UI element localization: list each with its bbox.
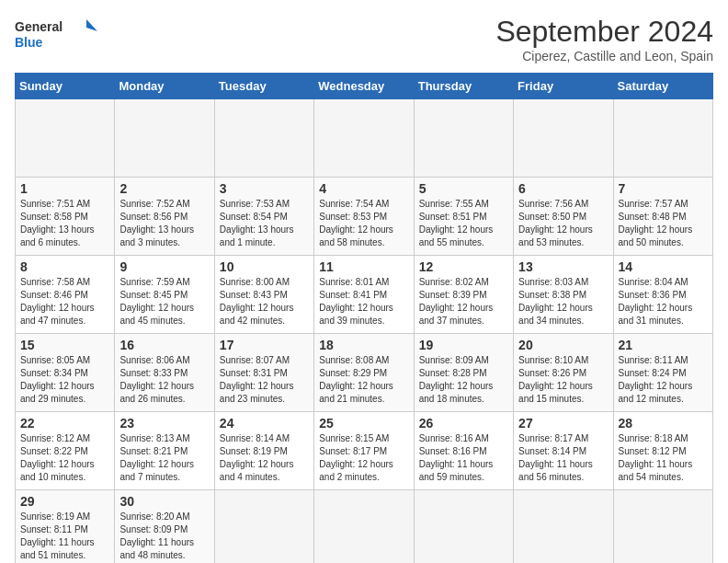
- day-info: Sunrise: 8:15 AMSunset: 8:17 PMDaylight:…: [319, 432, 408, 484]
- calendar-cell: [613, 490, 712, 564]
- calendar-week-row: [16, 99, 713, 178]
- calendar-week-row: 8 Sunrise: 7:58 AMSunset: 8:46 PMDayligh…: [16, 256, 713, 334]
- calendar-cell: [514, 99, 613, 178]
- day-info: Sunrise: 8:14 AMSunset: 8:19 PMDaylight:…: [220, 432, 309, 484]
- logo: General Blue: [15, 15, 97, 53]
- day-number: 17: [220, 338, 309, 352]
- header-friday: Friday: [514, 74, 613, 99]
- calendar-cell: 14 Sunrise: 8:04 AMSunset: 8:36 PMDaylig…: [613, 256, 712, 334]
- calendar-cell: 8 Sunrise: 7:58 AMSunset: 8:46 PMDayligh…: [16, 256, 115, 334]
- page-header: General Blue September 2024 Ciperez, Cas…: [15, 15, 713, 63]
- day-number: 25: [319, 416, 408, 431]
- calendar-cell: 21 Sunrise: 8:11 AMSunset: 8:24 PMDaylig…: [613, 334, 712, 412]
- header-wednesday: Wednesday: [314, 74, 414, 99]
- day-info: Sunrise: 8:05 AMSunset: 8:34 PMDaylight:…: [20, 354, 109, 406]
- calendar-cell: [414, 490, 513, 564]
- day-info: Sunrise: 8:11 AMSunset: 8:24 PMDaylight:…: [619, 354, 708, 406]
- calendar-cell: [314, 490, 414, 564]
- calendar-cell: [115, 99, 214, 178]
- day-number: 20: [518, 338, 608, 352]
- day-info: Sunrise: 8:19 AMSunset: 8:11 PMDaylight:…: [20, 511, 109, 562]
- calendar-cell: 5 Sunrise: 7:55 AMSunset: 8:51 PMDayligh…: [414, 178, 513, 256]
- day-number: 24: [220, 416, 309, 431]
- calendar-cell: 24 Sunrise: 8:14 AMSunset: 8:19 PMDaylig…: [214, 412, 313, 490]
- day-number: 30: [119, 494, 209, 509]
- calendar-cell: [214, 99, 313, 178]
- day-info: Sunrise: 7:52 AMSunset: 8:56 PMDaylight:…: [119, 198, 209, 249]
- day-info: Sunrise: 8:08 AMSunset: 8:29 PMDaylight:…: [319, 354, 408, 406]
- calendar-cell: 1 Sunrise: 7:51 AMSunset: 8:58 PMDayligh…: [16, 178, 115, 256]
- svg-text:General: General: [15, 19, 63, 34]
- day-number: 3: [220, 181, 309, 196]
- calendar-cell: 29 Sunrise: 8:19 AMSunset: 8:11 PMDaylig…: [16, 490, 115, 564]
- calendar-cell: 13 Sunrise: 8:03 AMSunset: 8:38 PMDaylig…: [514, 256, 613, 334]
- calendar-cell: [214, 490, 313, 564]
- day-number: 12: [419, 259, 508, 274]
- calendar-week-row: 15 Sunrise: 8:05 AMSunset: 8:34 PMDaylig…: [16, 334, 713, 412]
- title-block: September 2024 Ciperez, Castille and Leo…: [495, 15, 713, 63]
- calendar-cell: 7 Sunrise: 7:57 AMSunset: 8:48 PMDayligh…: [613, 178, 712, 256]
- day-info: Sunrise: 8:17 AMSunset: 8:14 PMDaylight:…: [518, 432, 608, 484]
- day-info: Sunrise: 8:16 AMSunset: 8:16 PMDaylight:…: [419, 432, 508, 484]
- day-info: Sunrise: 8:12 AMSunset: 8:22 PMDaylight:…: [20, 432, 109, 484]
- day-number: 13: [518, 259, 608, 274]
- calendar-table: Sunday Monday Tuesday Wednesday Thursday…: [15, 73, 713, 563]
- header-sunday: Sunday: [16, 74, 115, 99]
- calendar-cell: 23 Sunrise: 8:13 AMSunset: 8:21 PMDaylig…: [115, 412, 214, 490]
- calendar-cell: [16, 99, 115, 178]
- day-number: 18: [319, 338, 408, 352]
- day-info: Sunrise: 8:02 AMSunset: 8:39 PMDaylight:…: [419, 276, 508, 327]
- header-tuesday: Tuesday: [214, 74, 313, 99]
- day-number: 1: [20, 181, 109, 196]
- day-number: 15: [20, 338, 109, 352]
- calendar-cell: 27 Sunrise: 8:17 AMSunset: 8:14 PMDaylig…: [514, 412, 613, 490]
- day-number: 4: [319, 181, 408, 196]
- day-number: 29: [20, 494, 109, 509]
- calendar-cell: 11 Sunrise: 8:01 AMSunset: 8:41 PMDaylig…: [314, 256, 414, 334]
- month-year: September 2024: [495, 15, 713, 49]
- day-info: Sunrise: 8:20 AMSunset: 8:09 PMDaylight:…: [119, 511, 209, 562]
- day-number: 21: [619, 338, 708, 352]
- day-info: Sunrise: 8:18 AMSunset: 8:12 PMDaylight:…: [619, 432, 708, 484]
- day-info: Sunrise: 7:57 AMSunset: 8:48 PMDaylight:…: [619, 198, 708, 249]
- calendar-cell: 12 Sunrise: 8:02 AMSunset: 8:39 PMDaylig…: [414, 256, 513, 334]
- calendar-cell: 3 Sunrise: 7:53 AMSunset: 8:54 PMDayligh…: [214, 178, 313, 256]
- day-info: Sunrise: 8:00 AMSunset: 8:43 PMDaylight:…: [220, 276, 309, 327]
- calendar-cell: 10 Sunrise: 8:00 AMSunset: 8:43 PMDaylig…: [214, 256, 313, 334]
- calendar-cell: [514, 490, 613, 564]
- day-number: 11: [319, 259, 408, 274]
- calendar-week-row: 22 Sunrise: 8:12 AMSunset: 8:22 PMDaylig…: [16, 412, 713, 490]
- day-number: 28: [619, 416, 708, 431]
- location: Ciperez, Castille and Leon, Spain: [495, 49, 713, 63]
- calendar-cell: 26 Sunrise: 8:16 AMSunset: 8:16 PMDaylig…: [414, 412, 513, 490]
- calendar-cell: 4 Sunrise: 7:54 AMSunset: 8:53 PMDayligh…: [314, 178, 414, 256]
- calendar-cell: [613, 99, 712, 178]
- svg-text:Blue: Blue: [15, 35, 43, 50]
- calendar-cell: [314, 99, 414, 178]
- calendar-cell: 2 Sunrise: 7:52 AMSunset: 8:56 PMDayligh…: [115, 178, 214, 256]
- calendar-cell: 18 Sunrise: 8:08 AMSunset: 8:29 PMDaylig…: [314, 334, 414, 412]
- day-number: 19: [419, 338, 508, 352]
- day-number: 27: [518, 416, 608, 431]
- day-number: 6: [518, 181, 608, 196]
- calendar-week-row: 29 Sunrise: 8:19 AMSunset: 8:11 PMDaylig…: [16, 490, 713, 564]
- day-info: Sunrise: 8:13 AMSunset: 8:21 PMDaylight:…: [119, 432, 209, 484]
- day-info: Sunrise: 7:53 AMSunset: 8:54 PMDaylight:…: [220, 198, 309, 249]
- calendar-cell: 25 Sunrise: 8:15 AMSunset: 8:17 PMDaylig…: [314, 412, 414, 490]
- day-number: 10: [220, 259, 309, 274]
- day-number: 16: [119, 338, 209, 352]
- day-number: 2: [119, 181, 209, 196]
- logo-icon: General Blue: [15, 15, 97, 53]
- day-info: Sunrise: 7:58 AMSunset: 8:46 PMDaylight:…: [20, 276, 109, 327]
- day-info: Sunrise: 7:51 AMSunset: 8:58 PMDaylight:…: [20, 198, 109, 249]
- header-thursday: Thursday: [414, 74, 513, 99]
- calendar-cell: 6 Sunrise: 7:56 AMSunset: 8:50 PMDayligh…: [514, 178, 613, 256]
- svg-marker-2: [86, 19, 97, 31]
- calendar-cell: 28 Sunrise: 8:18 AMSunset: 8:12 PMDaylig…: [613, 412, 712, 490]
- weekday-header-row: Sunday Monday Tuesday Wednesday Thursday…: [16, 74, 713, 99]
- day-info: Sunrise: 7:54 AMSunset: 8:53 PMDaylight:…: [319, 198, 408, 249]
- calendar-cell: 22 Sunrise: 8:12 AMSunset: 8:22 PMDaylig…: [16, 412, 115, 490]
- day-number: 8: [20, 259, 109, 274]
- day-number: 23: [119, 416, 209, 431]
- day-number: 22: [20, 416, 109, 431]
